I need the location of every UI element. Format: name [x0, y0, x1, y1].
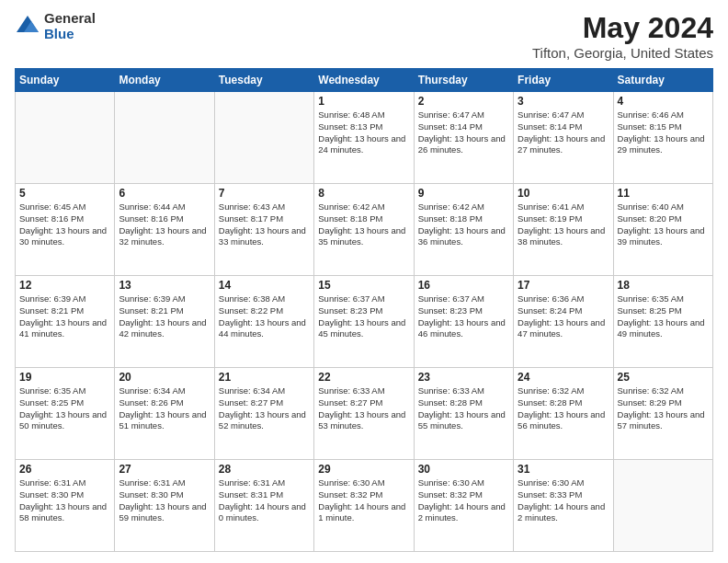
day-cell: 19Sunrise: 6:35 AM Sunset: 8:25 PM Dayli…	[16, 368, 115, 460]
day-info: Sunrise: 6:38 AM Sunset: 8:22 PM Dayligh…	[219, 293, 310, 340]
day-info: Sunrise: 6:36 AM Sunset: 8:24 PM Dayligh…	[518, 293, 609, 340]
day-info: Sunrise: 6:41 AM Sunset: 8:19 PM Dayligh…	[518, 201, 609, 248]
day-info: Sunrise: 6:48 AM Sunset: 8:13 PM Dayligh…	[318, 109, 409, 156]
day-info: Sunrise: 6:31 AM Sunset: 8:30 PM Dayligh…	[19, 477, 110, 524]
subtitle: Tifton, Georgia, United States	[532, 45, 713, 61]
logo-icon	[15, 14, 40, 40]
day-cell	[16, 92, 115, 184]
day-info: Sunrise: 6:34 AM Sunset: 8:26 PM Dayligh…	[119, 385, 210, 432]
day-info: Sunrise: 6:37 AM Sunset: 8:23 PM Dayligh…	[418, 293, 509, 340]
day-info: Sunrise: 6:42 AM Sunset: 8:18 PM Dayligh…	[318, 201, 409, 248]
day-cell: 6Sunrise: 6:44 AM Sunset: 8:16 PM Daylig…	[115, 184, 214, 276]
day-info: Sunrise: 6:43 AM Sunset: 8:17 PM Dayligh…	[219, 201, 310, 248]
day-cell: 24Sunrise: 6:32 AM Sunset: 8:28 PM Dayli…	[514, 368, 613, 460]
day-number: 7	[219, 187, 310, 200]
day-cell: 5Sunrise: 6:45 AM Sunset: 8:16 PM Daylig…	[16, 184, 115, 276]
header-row: SundayMondayTuesdayWednesdayThursdayFrid…	[16, 69, 713, 92]
header-saturday: Saturday	[613, 69, 712, 92]
day-cell: 15Sunrise: 6:37 AM Sunset: 8:23 PM Dayli…	[314, 276, 414, 368]
day-number: 8	[318, 187, 409, 200]
day-cell: 4Sunrise: 6:46 AM Sunset: 8:15 PM Daylig…	[613, 92, 712, 184]
day-info: Sunrise: 6:47 AM Sunset: 8:14 PM Dayligh…	[518, 109, 609, 156]
day-cell: 18Sunrise: 6:35 AM Sunset: 8:25 PM Dayli…	[613, 276, 712, 368]
day-info: Sunrise: 6:39 AM Sunset: 8:21 PM Dayligh…	[19, 293, 110, 340]
day-cell: 8Sunrise: 6:42 AM Sunset: 8:18 PM Daylig…	[314, 184, 414, 276]
day-cell: 27Sunrise: 6:31 AM Sunset: 8:30 PM Dayli…	[115, 460, 214, 552]
day-cell	[613, 460, 712, 552]
day-cell: 7Sunrise: 6:43 AM Sunset: 8:17 PM Daylig…	[214, 184, 313, 276]
day-cell: 29Sunrise: 6:30 AM Sunset: 8:32 PM Dayli…	[314, 460, 414, 552]
day-info: Sunrise: 6:33 AM Sunset: 8:27 PM Dayligh…	[318, 385, 409, 432]
day-number: 3	[518, 95, 609, 108]
day-number: 26	[19, 463, 110, 476]
day-cell: 22Sunrise: 6:33 AM Sunset: 8:27 PM Dayli…	[314, 368, 414, 460]
day-info: Sunrise: 6:44 AM Sunset: 8:16 PM Dayligh…	[119, 201, 210, 248]
week-row-4: 26Sunrise: 6:31 AM Sunset: 8:30 PM Dayli…	[16, 460, 713, 552]
day-cell: 14Sunrise: 6:38 AM Sunset: 8:22 PM Dayli…	[214, 276, 313, 368]
day-number: 9	[418, 187, 509, 200]
day-cell: 3Sunrise: 6:47 AM Sunset: 8:14 PM Daylig…	[514, 92, 613, 184]
page: General Blue May 2024 Tifton, Georgia, U…	[0, 0, 728, 563]
day-cell: 20Sunrise: 6:34 AM Sunset: 8:26 PM Dayli…	[115, 368, 214, 460]
day-number: 11	[618, 187, 709, 200]
day-info: Sunrise: 6:30 AM Sunset: 8:32 PM Dayligh…	[418, 477, 509, 524]
week-row-0: 1Sunrise: 6:48 AM Sunset: 8:13 PM Daylig…	[16, 92, 713, 184]
day-number: 20	[119, 371, 210, 384]
day-number: 19	[19, 371, 110, 384]
day-info: Sunrise: 6:31 AM Sunset: 8:30 PM Dayligh…	[119, 477, 210, 524]
day-number: 14	[219, 279, 310, 292]
logo-text: General Blue	[44, 11, 96, 41]
day-cell: 2Sunrise: 6:47 AM Sunset: 8:14 PM Daylig…	[414, 92, 513, 184]
day-number: 5	[19, 187, 110, 200]
day-number: 25	[618, 371, 709, 384]
day-number: 21	[219, 371, 310, 384]
day-number: 1	[318, 95, 409, 108]
header-tuesday: Tuesday	[214, 69, 313, 92]
day-info: Sunrise: 6:33 AM Sunset: 8:28 PM Dayligh…	[418, 385, 509, 432]
day-number: 27	[119, 463, 210, 476]
logo: General Blue	[15, 11, 96, 41]
header-friday: Friday	[514, 69, 613, 92]
day-info: Sunrise: 6:30 AM Sunset: 8:32 PM Dayligh…	[318, 477, 409, 524]
main-title: May 2024	[532, 11, 713, 45]
day-cell: 10Sunrise: 6:41 AM Sunset: 8:19 PM Dayli…	[514, 184, 613, 276]
day-info: Sunrise: 6:39 AM Sunset: 8:21 PM Dayligh…	[119, 293, 210, 340]
title-block: May 2024 Tifton, Georgia, United States	[532, 11, 713, 61]
day-number: 15	[318, 279, 409, 292]
day-cell: 11Sunrise: 6:40 AM Sunset: 8:20 PM Dayli…	[613, 184, 712, 276]
day-number: 18	[618, 279, 709, 292]
header: General Blue May 2024 Tifton, Georgia, U…	[15, 11, 713, 61]
day-info: Sunrise: 6:46 AM Sunset: 8:15 PM Dayligh…	[618, 109, 709, 156]
day-number: 28	[219, 463, 310, 476]
day-info: Sunrise: 6:31 AM Sunset: 8:31 PM Dayligh…	[219, 477, 310, 524]
day-cell: 16Sunrise: 6:37 AM Sunset: 8:23 PM Dayli…	[414, 276, 513, 368]
day-cell: 12Sunrise: 6:39 AM Sunset: 8:21 PM Dayli…	[16, 276, 115, 368]
day-info: Sunrise: 6:32 AM Sunset: 8:29 PM Dayligh…	[618, 385, 709, 432]
day-cell: 30Sunrise: 6:30 AM Sunset: 8:32 PM Dayli…	[414, 460, 513, 552]
day-number: 22	[318, 371, 409, 384]
day-number: 13	[119, 279, 210, 292]
day-cell: 31Sunrise: 6:30 AM Sunset: 8:33 PM Dayli…	[514, 460, 613, 552]
day-number: 29	[318, 463, 409, 476]
day-cell	[214, 92, 313, 184]
day-cell: 9Sunrise: 6:42 AM Sunset: 8:18 PM Daylig…	[414, 184, 513, 276]
day-number: 16	[418, 279, 509, 292]
day-info: Sunrise: 6:42 AM Sunset: 8:18 PM Dayligh…	[418, 201, 509, 248]
logo-general: General	[44, 11, 96, 27]
calendar-table: SundayMondayTuesdayWednesdayThursdayFrid…	[15, 68, 713, 552]
day-cell	[115, 92, 214, 184]
header-monday: Monday	[115, 69, 214, 92]
day-cell: 28Sunrise: 6:31 AM Sunset: 8:31 PM Dayli…	[214, 460, 313, 552]
day-number: 31	[518, 463, 609, 476]
logo-blue: Blue	[44, 27, 96, 42]
day-number: 24	[518, 371, 609, 384]
day-info: Sunrise: 6:40 AM Sunset: 8:20 PM Dayligh…	[618, 201, 709, 248]
day-number: 10	[518, 187, 609, 200]
day-info: Sunrise: 6:32 AM Sunset: 8:28 PM Dayligh…	[518, 385, 609, 432]
day-info: Sunrise: 6:30 AM Sunset: 8:33 PM Dayligh…	[518, 477, 609, 524]
day-info: Sunrise: 6:34 AM Sunset: 8:27 PM Dayligh…	[219, 385, 310, 432]
day-info: Sunrise: 6:37 AM Sunset: 8:23 PM Dayligh…	[318, 293, 409, 340]
calendar-body: 1Sunrise: 6:48 AM Sunset: 8:13 PM Daylig…	[16, 92, 713, 552]
day-number: 4	[618, 95, 709, 108]
header-thursday: Thursday	[414, 69, 513, 92]
